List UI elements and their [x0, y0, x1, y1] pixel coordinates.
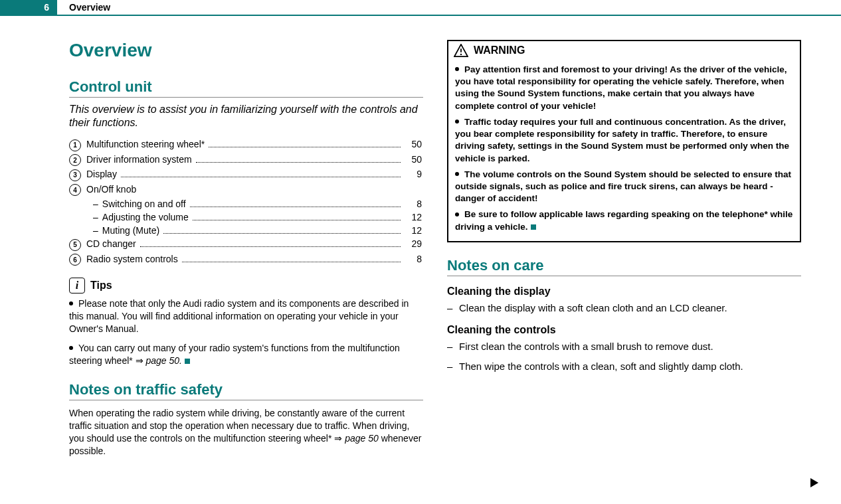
toc-label: On/Off knob	[86, 184, 136, 195]
tips-heading: i Tips	[69, 278, 423, 294]
tips-text: Please note that only the Audi radio sys…	[69, 298, 409, 334]
toc-dots	[182, 262, 401, 262]
toc-subrow: – Adjusting the volume 12	[69, 212, 423, 222]
toc-dots	[209, 147, 401, 147]
warning-bullet: The volume controls on the Sound System …	[455, 169, 793, 205]
warning-bullet: Be sure to follow applicable laws regard…	[455, 209, 793, 232]
page-ref: page 50	[345, 433, 379, 444]
toc-page: 50	[405, 139, 423, 149]
dash-icon: –	[447, 360, 459, 373]
toc-label: CD changer	[86, 238, 136, 249]
toc-number-icon: 6	[69, 254, 81, 266]
toc-dots	[196, 162, 401, 163]
tips-bullet: Please note that only the Audi radio sys…	[69, 297, 423, 335]
toc-label: Driver information system	[86, 154, 192, 165]
subsection-cleaning-display: Cleaning the display	[447, 286, 801, 297]
list-text: Then wipe the controls with a clean, sof…	[459, 360, 801, 373]
warning-text: The volume controls on the Sound System …	[455, 169, 791, 203]
toc-page: 12	[405, 212, 423, 222]
toc-dots	[140, 246, 401, 247]
warning-text: Traffic today requires your full and con…	[455, 117, 789, 163]
toc-row: 6 Radio system controls 8	[69, 254, 423, 266]
bullet-icon	[455, 212, 459, 216]
toc-dots	[190, 207, 401, 207]
warning-bullet: Traffic today requires your full and con…	[455, 116, 793, 165]
dash-icon: –	[93, 199, 98, 209]
dash-icon: –	[93, 212, 98, 222]
toc-number-icon: 4	[69, 184, 81, 196]
list-item: – Clean the display with a soft clean cl…	[447, 301, 801, 315]
toc-page: 9	[405, 169, 423, 179]
toc-page: 12	[405, 225, 423, 236]
toc-dots	[193, 220, 401, 220]
section-traffic-safety: Notes on traffic safety	[69, 381, 423, 400]
toc-number-icon: 1	[69, 139, 81, 151]
warning-box: WARNING Pay attention first and foremost…	[447, 40, 801, 242]
dash-icon: –	[447, 340, 459, 353]
bullet-icon	[455, 67, 459, 71]
end-square-icon	[185, 359, 190, 364]
toc-label: Radio system controls	[86, 254, 178, 264]
toc-page: 8	[405, 199, 423, 209]
list-text: Clean the display with a soft clean clot…	[459, 301, 801, 315]
page-title: Overview	[69, 40, 423, 61]
traffic-safety-para: When operating the radio system while dr…	[69, 407, 423, 458]
warning-text: Be sure to follow applicable laws regard…	[455, 209, 793, 231]
subsection-cleaning-controls: Cleaning the controls	[447, 324, 801, 336]
continue-arrow-icon	[810, 478, 818, 489]
toc-dots	[163, 233, 401, 234]
toc-label: Muting (Mute)	[102, 225, 159, 236]
list-text: First clean the controls with a small br…	[459, 340, 801, 353]
tips-text: You can carry out many of your radio sys…	[69, 343, 400, 366]
bullet-icon	[455, 120, 459, 124]
page-ref: page 50.	[146, 355, 183, 366]
toc-number-icon: 5	[69, 239, 81, 251]
warning-triangle-icon	[454, 44, 468, 57]
tips-bullet: You can carry out many of your radio sys…	[69, 342, 423, 367]
warning-header: WARNING	[448, 41, 800, 60]
info-icon: i	[69, 278, 85, 294]
warning-bullet: Pay attention first and foremost to your…	[455, 64, 793, 112]
left-column: Overview Control unit This overview is t…	[69, 40, 423, 464]
toc-row: 2 Driver information system 50	[69, 154, 423, 167]
toc-row: 1 Multifunction steering wheel* 50	[69, 139, 423, 151]
svg-point-2	[460, 54, 462, 55]
end-square-icon	[531, 224, 536, 230]
warning-body: Pay attention first and foremost to your…	[448, 64, 800, 241]
toc-page: 29	[405, 238, 423, 249]
bullet-icon	[69, 301, 73, 305]
warning-title: WARNING	[474, 44, 525, 56]
toc-label: Adjusting the volume	[102, 212, 189, 222]
toc-label: Switching on and off	[102, 199, 186, 209]
svg-marker-3	[810, 478, 818, 487]
dash-icon: –	[93, 225, 98, 236]
toc-label: Display	[86, 169, 117, 179]
dash-icon: –	[447, 301, 459, 315]
toc-subrow: – Muting (Mute) 12	[69, 225, 423, 236]
toc-label: Multifunction steering wheel*	[86, 139, 205, 149]
toc-row: 5 CD changer 29	[69, 238, 423, 251]
page-number: 6	[0, 0, 57, 15]
toc-number-icon: 2	[69, 154, 81, 166]
page-header: 6 Overview	[0, 0, 841, 16]
bullet-icon	[455, 172, 459, 176]
bullet-icon	[69, 346, 73, 350]
toc-row: 4 On/Off knob	[69, 184, 423, 197]
section-control-unit: Control unit	[69, 78, 423, 98]
list-item: – Then wipe the controls with a clean, s…	[447, 360, 801, 373]
toc-page: 50	[405, 154, 423, 165]
tips-label: Tips	[90, 280, 112, 292]
section-notes-on-care: Notes on care	[447, 257, 801, 276]
toc-subrow: – Switching on and off 8	[69, 199, 423, 209]
header-title: Overview	[57, 0, 110, 15]
warning-text: Pay attention first and foremost to your…	[455, 64, 787, 111]
toc-row: 3 Display 9	[69, 169, 423, 181]
toc-page: 8	[405, 254, 423, 264]
right-column: WARNING Pay attention first and foremost…	[447, 40, 801, 464]
toc-number-icon: 3	[69, 169, 81, 181]
control-unit-intro: This overview is to assist you in famili…	[69, 103, 423, 129]
toc-dots	[121, 177, 401, 177]
list-item: – First clean the controls with a small …	[447, 340, 801, 353]
